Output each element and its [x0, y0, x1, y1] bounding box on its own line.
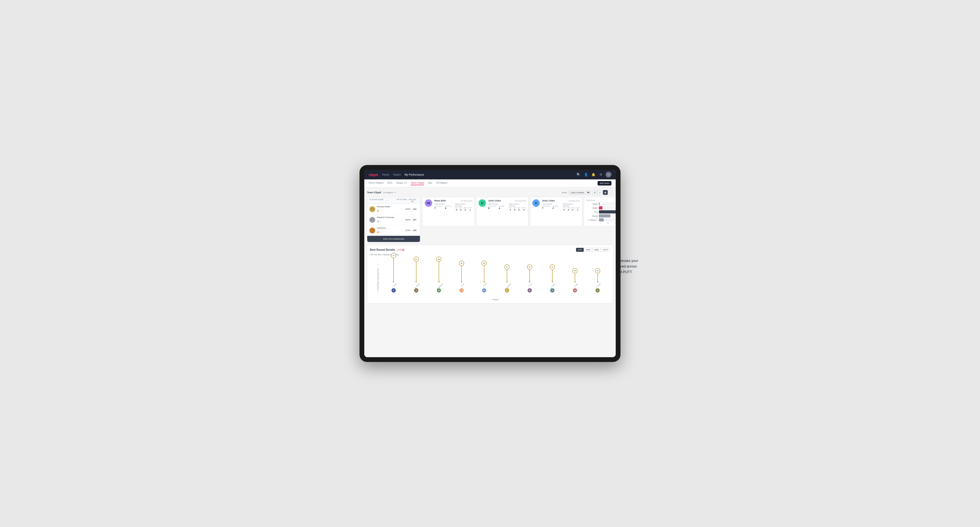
card-date: 26 Aug 2023 [515, 200, 526, 202]
streak-line [461, 266, 462, 281]
streak-dot [574, 281, 576, 283]
card-player-name: Josh Coles [488, 199, 501, 202]
bar-row: Pars 499 [586, 210, 616, 213]
team-title-area: Team Clippd 14 Players ✏ [367, 191, 396, 194]
table-row[interactable]: RB Richard Butler 🏅 1 19/20 110 [367, 204, 420, 214]
player-cards-row: RB Rees Britt 02 Sep 2023 Total Rounds [422, 197, 616, 226]
streak-player-name: M. Miller [551, 283, 555, 288]
streak-player-name: R. Britt [483, 283, 487, 287]
stat-practice-acts: Total Practice Activities OTT 0 [563, 203, 580, 211]
player-info: Cameron... 🥉 3 [377, 227, 404, 234]
table-row[interactable]: CA Cameron... 🥉 3 17/20 103 [367, 225, 420, 236]
player-info: Edward Crossman 🥈 2 [377, 216, 404, 223]
streak-line [439, 262, 439, 281]
show-label: Show [562, 191, 567, 194]
bar-row: Birdies 96 [586, 206, 616, 210]
streak-line [484, 266, 484, 281]
practice-val: 6 [445, 207, 451, 210]
col-pb-score: PB SCORE [396, 198, 407, 202]
streaks-subtitle: Off The Tee, Fairway Accuracy [370, 253, 610, 256]
bar-label: Bogeys [586, 215, 599, 217]
people-icon[interactable]: 👤 [583, 172, 589, 177]
streaks-section: Best Round Streaks OTT APP ARG PUTT [367, 245, 613, 303]
pb-avg: 110 [412, 208, 418, 210]
bar-axis: 0 200 400 [586, 222, 616, 224]
subtitle-metric: Fairway Accuracy [382, 253, 399, 256]
bar-row: Eagles 3 [586, 202, 616, 205]
filter-app-button[interactable]: APP [584, 248, 592, 252]
nav-teams[interactable]: Teams [393, 173, 401, 176]
nav-my-performance[interactable]: My Performance [404, 173, 424, 176]
avatar: EC [369, 217, 375, 223]
streak-player-avatar: J [460, 288, 464, 292]
sub-nav-team-clippd[interactable]: Team Clippd [410, 181, 424, 185]
streak-player-col[interactable]: 5x J. Coles J [450, 256, 473, 292]
sub-nav-hcaps[interactable]: Hcaps 1-5 [396, 181, 407, 185]
streak-bubble: 6x [414, 257, 419, 262]
streak-bubble: 4x [527, 264, 532, 270]
sub-nav-pga[interactable]: PGA [387, 181, 392, 185]
total-rounds-label: Total Rounds [434, 203, 450, 205]
streak-player-name: D. Ford [528, 283, 532, 287]
table-row[interactable]: EC Edward Crossman 🥈 2 18/20 107 [367, 214, 420, 225]
leaderboard-panel: PLAYER NAME PB SCORE PB AVG SQ RB Richar… [367, 197, 420, 242]
streak-bubble: 7x [391, 253, 396, 258]
practice-activities-label: Total Practice Activities [563, 203, 580, 207]
time-filter-select[interactable]: Last 3 months Last 6 months Last 12 mont… [568, 190, 591, 195]
add-team-button[interactable]: Add Team [598, 181, 611, 186]
streak-player-name: J. Coles [460, 283, 465, 287]
app-val: 0 [459, 209, 462, 211]
more-view-icon[interactable]: ⋮ [608, 190, 613, 195]
sub-nav-pgat[interactable]: PGAT Players [369, 181, 383, 185]
streak-player-col[interactable]: 6x D. Billingham D [428, 256, 450, 292]
streak-player-avatar: C [595, 288, 600, 292]
bar-track [599, 218, 616, 221]
streak-line [393, 258, 394, 281]
y-tick: 0 [378, 291, 379, 292]
view-leaderboard-button[interactable]: View Full Leaderboard [367, 236, 420, 242]
filter-arg-button[interactable]: ARG [593, 248, 600, 252]
card-content: Rees Britt 02 Sep 2023 Total Rounds [434, 199, 472, 211]
arg-val: 0 [571, 209, 575, 211]
col-player-name: PLAYER NAME [369, 198, 396, 202]
leaderboard-table: PLAYER NAME PB SCORE PB AVG SQ RB Richar… [367, 197, 420, 242]
sub-nav-tour[interactable]: Tour [428, 181, 433, 185]
filter-putt-button[interactable]: PUTT [601, 248, 610, 252]
streak-dot [415, 281, 417, 283]
bar-track [599, 202, 616, 205]
bell-icon[interactable]: 🔔 [591, 172, 596, 177]
arg-val: 0 [463, 209, 467, 211]
card-date: 02 Sep 2023 [461, 200, 473, 202]
avatar-icon[interactable]: U [606, 171, 611, 178]
nav-icons-group: 🔍 👤 🔔 ⚙ U [576, 171, 611, 178]
streak-chart-container: Best Streak, Fairway Accuracy 7 6 5 4 3 … [370, 258, 610, 300]
streak-dot [529, 281, 530, 283]
list-view-icon[interactable]: ≡ [598, 190, 602, 195]
settings-icon[interactable]: ⚙ [598, 172, 603, 177]
y-tick: 6 [378, 264, 379, 265]
pb-score: 19/20 [404, 208, 412, 210]
practice-activities-label: Total Practice Activities [509, 203, 526, 207]
search-icon[interactable]: 🔍 [576, 172, 581, 177]
grid-view-icon[interactable]: ⊞ [592, 190, 597, 195]
streak-player-col[interactable]: 4x E. Crossman E [496, 256, 518, 292]
streak-player-avatar: R [482, 288, 486, 292]
streak-player-col[interactable]: 7x E. Ewart E [382, 256, 405, 292]
streak-player-col[interactable]: 5x R. Britt R [473, 256, 496, 292]
edit-icon[interactable]: ✏ [394, 191, 396, 194]
nav-home[interactable]: Home [382, 173, 389, 176]
sub-nav-all-players[interactable]: All Players [436, 181, 448, 185]
streak-player-col[interactable]: 4x D. Ford D [518, 256, 541, 292]
streak-player-col[interactable]: 6x B. McHarg B [405, 256, 428, 292]
streak-player-col[interactable]: 4x M. Miller M [541, 256, 563, 292]
streak-player-col[interactable]: 3x C. Quick C [586, 256, 609, 292]
card-player-name: Josh Coles [542, 199, 555, 202]
card-view-icon[interactable]: ▦ [603, 190, 608, 195]
streak-player-col[interactable]: 3x R. Butler R [564, 256, 586, 292]
filter-ott-button[interactable]: OTT [576, 248, 584, 252]
bar-fill [599, 202, 599, 205]
streaks-arrow-icon [397, 248, 405, 252]
view-toggle: ⊞ ≡ ▦ ⋮ [592, 190, 613, 195]
card-stats: Total Rounds Tournament 8 [488, 203, 526, 211]
streak-bubble: 3x [595, 268, 600, 273]
